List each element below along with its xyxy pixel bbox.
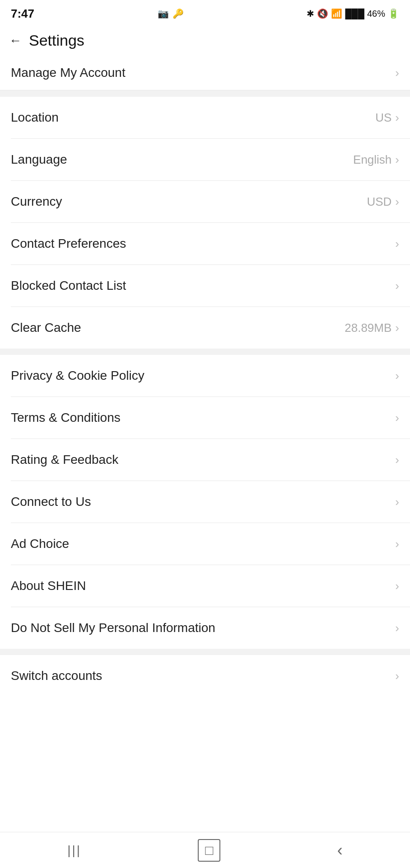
rating-feedback-label: Rating & Feedback [11, 453, 118, 467]
currency-right: USD › [367, 195, 399, 209]
clear-cache-label: Clear Cache [11, 321, 81, 335]
do-not-sell-right: › [395, 621, 399, 635]
privacy-cookie-right: › [395, 369, 399, 383]
nav-home-button[interactable]: □ [198, 839, 220, 862]
switch-accounts-row[interactable]: Switch accounts › [0, 655, 410, 697]
connect-to-us-chevron: › [395, 495, 399, 509]
location-row[interactable]: Location US › [0, 97, 410, 138]
blocked-contact-chevron: › [395, 279, 399, 293]
about-shein-right: › [395, 579, 399, 593]
language-chevron: › [395, 153, 399, 167]
ad-choice-row[interactable]: Ad Choice › [0, 523, 410, 565]
status-icons: 📷 🔑 [158, 8, 184, 19]
ad-choice-chevron: › [395, 537, 399, 551]
blocked-contact-label: Blocked Contact List [11, 278, 126, 293]
signal-icon: ███ [345, 9, 364, 19]
status-right: ✱ 🔇 📶 ███ 46% 🔋 [307, 8, 399, 19]
clear-cache-chevron: › [395, 321, 399, 335]
about-shein-chevron: › [395, 579, 399, 593]
do-not-sell-label: Do Not Sell My Personal Information [11, 621, 215, 635]
camera-icon: 📷 [158, 8, 169, 19]
language-right: English › [353, 153, 399, 167]
switch-accounts-right: › [395, 669, 399, 683]
do-not-sell-chevron: › [395, 621, 399, 635]
privacy-cookie-chevron: › [395, 369, 399, 383]
currency-label: Currency [11, 194, 62, 209]
connect-to-us-label: Connect to Us [11, 495, 91, 509]
contact-preferences-right: › [395, 237, 399, 251]
nav-menu-button[interactable]: ||| [49, 839, 99, 862]
clear-cache-value: 28.89MB [345, 321, 391, 335]
location-right: US › [375, 111, 399, 125]
clear-cache-row[interactable]: Clear Cache 28.89MB › [0, 307, 410, 349]
section-group-3: Switch accounts › [0, 655, 410, 697]
header: ← Settings [0, 25, 410, 56]
bluetooth-icon: ✱ [307, 8, 314, 19]
divider-2 [0, 349, 410, 355]
currency-chevron: › [395, 195, 399, 209]
clear-cache-right: 28.89MB › [345, 321, 399, 335]
wifi-icon: 📶 [331, 8, 342, 19]
nav-back-button[interactable]: ‹ [319, 836, 361, 864]
blocked-contact-right: › [395, 279, 399, 293]
privacy-cookie-label: Privacy & Cookie Policy [11, 368, 144, 383]
blocked-contact-list-row[interactable]: Blocked Contact List › [0, 265, 410, 307]
mute-icon: 🔇 [317, 8, 328, 19]
manage-account-label: Manage My Account [11, 66, 126, 80]
language-label: Language [11, 152, 67, 167]
sim-icon: 🔑 [172, 8, 184, 19]
about-shein-label: About SHEIN [11, 579, 86, 593]
about-shein-row[interactable]: About SHEIN › [0, 565, 410, 607]
currency-row[interactable]: Currency USD › [0, 181, 410, 222]
manage-account-chevron: › [395, 66, 399, 80]
battery-icon: 🔋 [388, 8, 399, 19]
privacy-cookie-row[interactable]: Privacy & Cookie Policy › [0, 355, 410, 396]
currency-value: USD [367, 195, 391, 209]
status-bar: 7:47 📷 🔑 ✱ 🔇 📶 ███ 46% 🔋 [0, 0, 410, 25]
ad-choice-right: › [395, 537, 399, 551]
location-label: Location [11, 110, 59, 125]
divider-3 [0, 649, 410, 655]
status-time: 7:47 [11, 7, 34, 21]
location-chevron: › [395, 111, 399, 125]
language-value: English [353, 153, 391, 167]
switch-accounts-chevron: › [395, 669, 399, 683]
divider-1 [0, 90, 410, 97]
rating-feedback-row[interactable]: Rating & Feedback › [0, 439, 410, 481]
terms-conditions-right: › [395, 411, 399, 425]
terms-conditions-row[interactable]: Terms & Conditions › [0, 397, 410, 439]
location-value: US [375, 111, 391, 125]
battery-percent: 46% [367, 9, 385, 19]
page-title: Settings [29, 32, 84, 49]
contact-preferences-label: Contact Preferences [11, 236, 126, 251]
section-group-1: Location US › Language English › Currenc… [0, 97, 410, 349]
connect-to-us-row[interactable]: Connect to Us › [0, 481, 410, 523]
ad-choice-label: Ad Choice [11, 537, 69, 551]
back-button[interactable]: ← [9, 33, 22, 48]
contact-preferences-row[interactable]: Contact Preferences › [0, 223, 410, 264]
terms-conditions-label: Terms & Conditions [11, 410, 121, 425]
manage-account-row[interactable]: Manage My Account › [0, 56, 410, 90]
rating-feedback-right: › [395, 453, 399, 467]
connect-to-us-right: › [395, 495, 399, 509]
terms-conditions-chevron: › [395, 411, 399, 425]
do-not-sell-row[interactable]: Do Not Sell My Personal Information › [0, 607, 410, 649]
language-row[interactable]: Language English › [0, 139, 410, 180]
contact-preferences-chevron: › [395, 237, 399, 251]
section-group-2: Privacy & Cookie Policy › Terms & Condit… [0, 355, 410, 649]
bottom-nav: ||| □ ‹ [0, 832, 410, 868]
rating-feedback-chevron: › [395, 453, 399, 467]
switch-accounts-label: Switch accounts [11, 669, 102, 683]
